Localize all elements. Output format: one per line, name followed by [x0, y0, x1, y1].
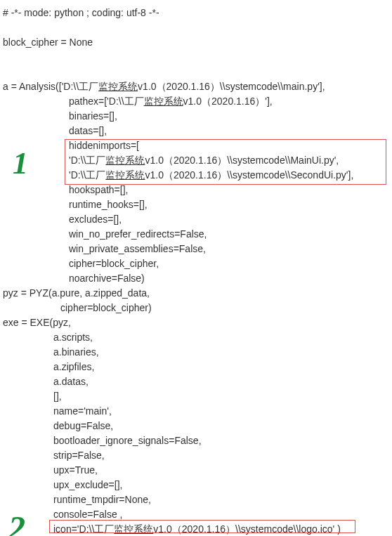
- cipher-line: cipher=block_cipher,: [3, 256, 389, 271]
- noarchive-line: noarchive=False): [3, 271, 389, 286]
- chinese-path-link[interactable]: 监控系统: [105, 169, 145, 181]
- blank-line: [3, 20, 389, 35]
- blank-line: [3, 50, 389, 65]
- exe-line: exe = EXE(pyz,: [3, 315, 389, 330]
- pyz-line: pyz = PYZ(a.pure, a.zipped_data,: [3, 286, 389, 301]
- pyz-cipher-line: cipher=block_cipher): [3, 301, 389, 315]
- hookspath-line: hookspath=[],: [3, 183, 389, 197]
- exe-icon-line: icon='D:\\工厂监控系统v1.0（2020.1.16）\\systemc…: [3, 522, 389, 536]
- exe-console-line: console=False ,: [3, 507, 389, 522]
- chinese-path-link[interactable]: 监控系统: [98, 81, 138, 92]
- chinese-path-link[interactable]: 监控系统: [144, 96, 183, 107]
- text: v1.0（2020.1.16）\\systemcode\\MainUi.py',: [145, 155, 339, 166]
- exe-empty-line: [],: [3, 389, 389, 404]
- exe-debug-line: debug=False,: [3, 419, 389, 433]
- exe-scripts-line: a.scripts,: [3, 330, 389, 345]
- win-redirects-line: win_no_prefer_redirects=False,: [3, 227, 389, 242]
- annotation-marker-2: 2: [8, 503, 25, 536]
- text: icon='D:\\工厂: [53, 523, 114, 535]
- text: pathex=['D:\\工厂: [69, 96, 144, 107]
- excludes-line: excludes=[],: [3, 212, 389, 227]
- exe-upxexclude-line: upx_exclude=[],: [3, 478, 389, 492]
- code-line: # -*- mode: python ; coding: utf-8 -*-: [3, 6, 389, 20]
- text: v1.0（2020.1.16）\\systemcode\\SecondUi.py…: [145, 169, 353, 181]
- chinese-path-link[interactable]: 监控系统: [105, 155, 145, 166]
- binaries-line: binaries=[],: [3, 109, 389, 124]
- exe-bootloader-line: bootloader_ignore_signals=False,: [3, 433, 389, 448]
- exe-upx-line: upx=True,: [3, 463, 389, 478]
- exe-strip-line: strip=False,: [3, 448, 389, 463]
- hiddenimports-line: hiddenimports=[: [3, 138, 389, 153]
- text: v1.0（2020.1.16）\\systemcode\\logo.ico' ): [153, 523, 340, 535]
- datas-line: datas=[],: [3, 124, 389, 138]
- text: v1.0（2020.1.16）'],: [183, 96, 273, 107]
- exe-name-line: name='main',: [3, 404, 389, 419]
- text: a = Analysis(['D:\\工厂: [3, 81, 98, 92]
- exe-datas-line: a.datas,: [3, 374, 389, 389]
- text: v1.0（2020.1.16）\\systemcode\\main.py'],: [138, 81, 325, 92]
- runtime-hooks-line: runtime_hooks=[],: [3, 197, 389, 212]
- chinese-path-link[interactable]: 监控系统: [114, 523, 153, 535]
- exe-binaries-line: a.binaries,: [3, 345, 389, 360]
- exe-tmpdir-line: runtime_tmpdir=None,: [3, 492, 389, 507]
- text: 'D:\\工厂: [69, 155, 105, 166]
- annotation-marker-1: 1: [13, 140, 28, 187]
- exe-zipfiles-line: a.zipfiles,: [3, 360, 389, 374]
- hiddenimports-item: 'D:\\工厂监控系统v1.0（2020.1.16）\\systemcode\\…: [3, 168, 389, 183]
- win-assemblies-line: win_private_assemblies=False,: [3, 242, 389, 256]
- code-line: block_cipher = None: [3, 35, 389, 50]
- analysis-line: a = Analysis(['D:\\工厂监控系统v1.0（2020.1.16）…: [3, 79, 389, 94]
- hiddenimports-item: 'D:\\工厂监控系统v1.0（2020.1.16）\\systemcode\\…: [3, 153, 389, 168]
- text: 'D:\\工厂: [69, 169, 105, 181]
- pathex-line: pathex=['D:\\工厂监控系统v1.0（2020.1.16）'],: [3, 94, 389, 109]
- blank-line: [3, 65, 389, 79]
